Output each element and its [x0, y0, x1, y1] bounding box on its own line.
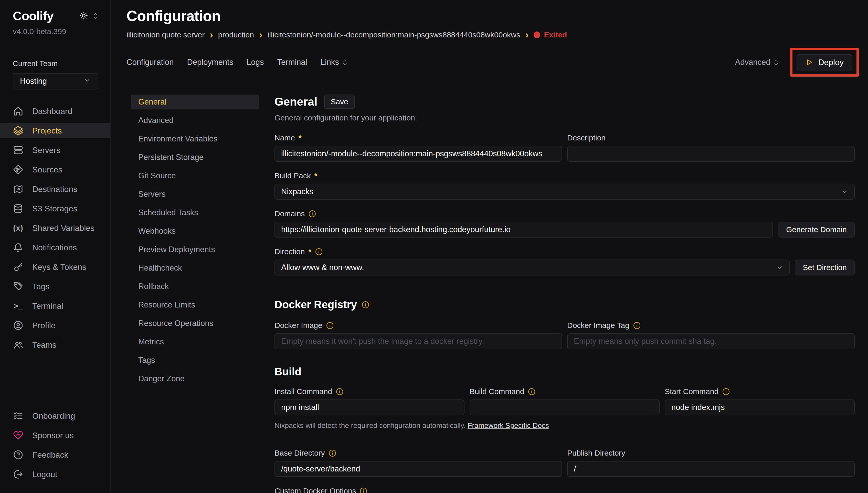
tab-links[interactable]: Links	[321, 58, 348, 67]
domains-input[interactable]	[274, 222, 773, 238]
sidebar-nav: Dashboard Projects Servers Sources Desti…	[0, 104, 110, 357]
build-title: Build	[274, 366, 855, 378]
subnav-item-persistent-storage[interactable]: Persistent Storage	[131, 150, 259, 165]
required-mark: *	[299, 133, 302, 142]
build-pack-select[interactable]: Nixpacks	[274, 184, 855, 200]
tab-terminal[interactable]: Terminal	[277, 58, 307, 67]
git-source-icon	[13, 164, 24, 175]
subnav-item-danger-zone[interactable]: Danger Zone	[131, 371, 259, 386]
breadcrumb-environment[interactable]: production	[218, 30, 254, 39]
info-icon	[633, 322, 641, 329]
set-direction-button[interactable]: Set Direction	[795, 260, 855, 276]
advanced-dropdown[interactable]: Advanced	[735, 58, 779, 67]
docker-registry-title: Docker Registry	[274, 299, 855, 311]
publish-directory-input[interactable]	[567, 461, 855, 477]
generate-domain-button[interactable]: Generate Domain	[778, 222, 855, 238]
home-icon	[13, 106, 24, 116]
current-team-label: Current Team	[0, 60, 110, 68]
sidebar-item-profile[interactable]: Profile	[0, 318, 110, 333]
tab-deployments[interactable]: Deployments	[187, 58, 233, 67]
sidebar-item-logout[interactable]: Logout	[0, 467, 110, 482]
subnav-item-resource-operations[interactable]: Resource Operations	[131, 316, 259, 331]
docker-image-tag-input[interactable]	[567, 334, 855, 349]
docker-image-tag-label: Docker Image Tag	[567, 321, 855, 330]
info-icon	[315, 248, 323, 256]
status-badge: Exited	[533, 30, 567, 39]
tab-logs[interactable]: Logs	[247, 58, 264, 67]
subnav-item-scheduled-tasks[interactable]: Scheduled Tasks	[131, 205, 259, 220]
app-logo: Coolify	[13, 9, 53, 23]
sidebar-item-servers[interactable]: Servers	[0, 143, 110, 157]
server-icon	[13, 145, 24, 155]
sidebar-item-terminal[interactable]: >_ Terminal	[0, 299, 110, 314]
breadcrumb-project[interactable]: illicitonion quote server	[127, 30, 205, 39]
required-mark: *	[308, 247, 311, 256]
subnav-item-metrics[interactable]: Metrics	[131, 335, 259, 349]
subnav-item-servers[interactable]: Servers	[131, 187, 259, 202]
info-icon	[528, 388, 536, 395]
start-command-input[interactable]	[665, 400, 855, 415]
tab-configuration[interactable]: Configuration	[127, 58, 174, 67]
subnav-item-general[interactable]: General	[131, 94, 259, 109]
section-description: General configuration for your applicati…	[274, 113, 855, 122]
save-button[interactable]: Save	[324, 94, 355, 109]
subnav-item-preview-deployments[interactable]: Preview Deployments	[131, 242, 259, 257]
build-command-input[interactable]	[470, 400, 660, 415]
layers-icon	[13, 125, 24, 136]
base-directory-label: Base Directory	[274, 449, 562, 457]
sidebar-item-dashboard[interactable]: Dashboard	[0, 104, 110, 119]
docker-image-input[interactable]	[274, 334, 562, 349]
sidebar-item-tags[interactable]: Tags	[0, 279, 110, 294]
theme-switcher-chevrons-icon[interactable]	[93, 12, 98, 20]
docker-image-label: Docker Image	[274, 321, 562, 330]
subnav-item-rollback[interactable]: Rollback	[131, 279, 259, 294]
framework-docs-link[interactable]: Framework Specific Docs	[467, 422, 549, 429]
subnav-item-resource-limits[interactable]: Resource Limits	[131, 298, 259, 312]
subnav-item-environment-variables[interactable]: Environment Variables	[131, 131, 259, 146]
breadcrumb-separator-icon	[259, 31, 262, 39]
key-icon	[13, 262, 24, 272]
sidebar-footer-nav: Onboarding Sponsor us Feedback Logout	[0, 408, 110, 486]
install-command-input[interactable]	[274, 400, 464, 415]
sidebar-item-keys-tokens[interactable]: Keys & Tokens	[0, 260, 110, 274]
chevron-down-icon	[84, 77, 91, 86]
sidebar-item-shared-variables[interactable]: (x) Shared Variables	[0, 221, 110, 235]
tabbar: Configuration Deployments Logs Terminal …	[111, 39, 868, 77]
page-title: Configuration	[127, 7, 854, 24]
main-content: Configuration illicitonion quote server …	[111, 0, 868, 493]
name-input[interactable]	[274, 146, 562, 162]
sidebar-item-s3-storages[interactable]: S3 Storages	[0, 201, 110, 216]
sidebar-item-projects[interactable]: Projects	[0, 123, 110, 138]
theme-sun-icon[interactable]	[79, 11, 88, 21]
subnav-item-webhooks[interactable]: Webhooks	[131, 224, 259, 239]
build-pack-label: Build Pack*	[274, 171, 855, 180]
subnav-item-advanced[interactable]: Advanced	[131, 113, 259, 128]
description-input[interactable]	[567, 146, 855, 162]
status-dot-icon	[533, 31, 540, 38]
logout-icon	[13, 469, 24, 480]
teams-icon	[13, 340, 24, 350]
info-icon	[326, 322, 334, 329]
deploy-button[interactable]: Deploy	[797, 54, 852, 70]
chevrons-up-down-icon	[342, 59, 348, 66]
general-form: General Save General configuration for y…	[274, 94, 855, 493]
sidebar-item-feedback[interactable]: Feedback	[0, 447, 110, 462]
breadcrumb-application[interactable]: illicitestonion/-module--decomposition:m…	[268, 30, 520, 39]
chevron-down-icon	[841, 188, 848, 195]
subnav-item-git-source[interactable]: Git Source	[131, 168, 259, 183]
subnav-item-healthcheck[interactable]: Healthcheck	[131, 261, 259, 276]
sidebar-item-destinations[interactable]: Destinations	[0, 182, 110, 196]
sidebar-item-sources[interactable]: Sources	[0, 162, 110, 177]
publish-directory-label: Publish Directory	[567, 449, 855, 457]
sidebar-item-teams[interactable]: Teams	[0, 338, 110, 352]
sidebar-item-notifications[interactable]: Notifications	[0, 240, 110, 255]
sidebar-item-onboarding[interactable]: Onboarding	[0, 408, 110, 423]
sidebar-item-sponsor[interactable]: Sponsor us	[0, 428, 110, 443]
name-label: Name*	[274, 133, 562, 142]
team-select[interactable]: Hosting	[13, 73, 98, 89]
database-icon	[13, 203, 24, 214]
subnav-item-tags[interactable]: Tags	[131, 353, 259, 368]
base-directory-input[interactable]	[274, 461, 562, 477]
start-command-label: Start Command	[665, 387, 855, 396]
direction-select[interactable]: Allow www & non-www.	[274, 260, 790, 276]
